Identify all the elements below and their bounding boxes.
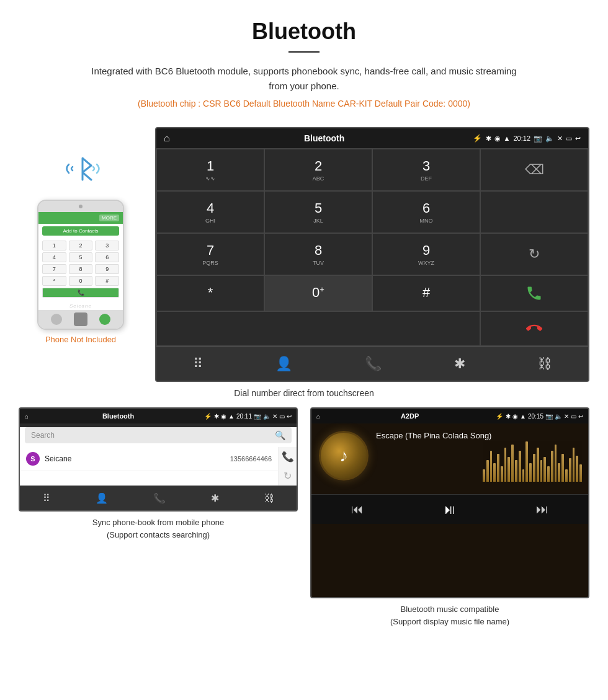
phonebook-contacts-list: S Seicane 13566664466 — [20, 447, 278, 485]
dial-num-4: 4 — [162, 200, 259, 216]
spec-text: (Bluetooth chip : CSR BC6 Default Blueto… — [12, 99, 596, 109]
pb-bt-icon: ✱ — [214, 413, 219, 420]
dial-call-btn[interactable] — [480, 275, 588, 311]
phone-call-hw-btn[interactable] — [99, 314, 110, 325]
music-home-icon[interactable]: ⌂ — [316, 413, 320, 420]
phone-not-included-label: Phone Not Included — [45, 335, 116, 344]
pb-vol-icon: 🔈 — [263, 413, 270, 420]
phonebook-caption-text: Sync phone-book from mobile phone(Suppor… — [92, 518, 224, 539]
phone-key-7[interactable]: 7 — [42, 264, 66, 274]
nav-dialpad-icon[interactable]: ⠿ — [193, 356, 203, 372]
phone-key-2[interactable]: 2 — [69, 241, 93, 250]
music-content: ♪ Escape (The Pina Colada Song) — [311, 423, 588, 597]
phone-back-btn[interactable] — [51, 314, 62, 325]
dial-num-5: 5 — [270, 200, 367, 216]
phone-key-hash[interactable]: # — [95, 276, 119, 286]
camera-icon: 📷 — [534, 135, 542, 143]
dial-key-hash[interactable]: # — [372, 275, 480, 311]
phonebook-search-bar[interactable]: Search 🔍 — [25, 427, 292, 443]
pb-nav-contacts[interactable]: 👤 — [96, 492, 108, 504]
phone-bottom-bar — [38, 310, 123, 329]
music-prev-btn[interactable]: ⏮ — [351, 502, 364, 516]
dial-sub-9: WXYZ — [378, 260, 475, 266]
dial-key-2[interactable]: 2 ABC — [264, 149, 372, 191]
phone-call-btn[interactable]: 📞 — [42, 288, 119, 298]
pb-nav-bt[interactable]: ✱ — [211, 492, 219, 504]
pb-home-icon[interactable]: ⌂ — [25, 413, 29, 420]
title-divider — [288, 51, 320, 53]
more-btn: MORE — [99, 215, 119, 221]
music-visualizer — [483, 430, 582, 482]
dial-key-0[interactable]: 0+ — [264, 275, 372, 311]
music-screen: ⌂ A2DP ⚡ ✱ ◉ ▲ 20:15 📷 🔈 ✕ ▭ ↩ — [310, 407, 589, 598]
music-back-icon[interactable]: ↩ — [578, 413, 583, 420]
dial-key-8[interactable]: 8 TUV — [264, 233, 372, 275]
phone-key-star[interactable]: * — [42, 276, 66, 286]
dial-key-1[interactable]: 1 ∿∿ — [156, 149, 264, 191]
dial-key-9[interactable]: 9 WXYZ — [372, 233, 480, 275]
phone-top-bar — [38, 201, 123, 212]
phone-row-4: * 0 # — [42, 276, 119, 286]
music-close-icon[interactable]: ✕ — [564, 413, 569, 420]
dial-empty-1 — [480, 191, 588, 233]
dial-key-4[interactable]: 4 GHI — [156, 191, 264, 233]
phone-key-0[interactable]: 0 — [69, 276, 93, 286]
phonebook-box: ⌂ Bluetooth ⚡ ✱ ◉ ▲ 20:11 📷 🔈 ✕ ▭ ↩ — [19, 407, 298, 627]
phone-key-6[interactable]: 6 — [95, 252, 119, 262]
dial-empty-2 — [156, 311, 480, 346]
phone-home-btn[interactable] — [74, 312, 87, 326]
pb-side-phone-icon[interactable]: 📞 — [282, 451, 294, 463]
music-usb-icon: ⚡ — [496, 413, 503, 420]
music-play-pause-btn[interactable]: ⏯ — [443, 502, 457, 518]
music-sig-icon: ▲ — [520, 413, 526, 420]
dial-sub-8: TUV — [270, 260, 367, 266]
pb-side-refresh-icon[interactable]: ↻ — [284, 470, 292, 482]
pb-close-icon[interactable]: ✕ — [272, 413, 277, 420]
music-top-area: ♪ Escape (The Pina Colada Song) — [311, 423, 588, 488]
nav-contacts-icon[interactable]: 👤 — [275, 356, 292, 372]
phonebook-screen: ⌂ Bluetooth ⚡ ✱ ◉ ▲ 20:11 📷 🔈 ✕ ▭ ↩ — [19, 407, 298, 512]
dial-backspace[interactable]: ⌫ — [480, 149, 588, 191]
music-note-icon: ♪ — [339, 446, 348, 466]
phonebook-contact-item[interactable]: S Seicane 13566664466 — [20, 447, 278, 471]
nav-phone-icon[interactable]: 📞 — [365, 356, 382, 372]
phone-key-8[interactable]: 8 — [69, 264, 93, 274]
pb-win-icon[interactable]: ▭ — [279, 413, 285, 420]
usb-icon: ⚡ — [473, 134, 482, 143]
dial-end-call-btn[interactable] — [480, 311, 588, 346]
dial-key-6[interactable]: 6 MNO — [372, 191, 480, 233]
dial-key-star[interactable]: * — [156, 275, 264, 311]
dial-key-7[interactable]: 7 PQRS — [156, 233, 264, 275]
pb-screen-title: Bluetooth — [32, 412, 204, 420]
pb-loc-icon: ◉ — [221, 413, 226, 420]
dial-sub-1: ∿∿ — [162, 175, 259, 182]
home-icon[interactable]: ⌂ — [164, 133, 170, 144]
phone-key-3[interactable]: 3 — [95, 241, 119, 250]
pb-nav-dialpad[interactable]: ⠿ — [43, 492, 50, 504]
music-cam-icon: 📷 — [545, 413, 553, 420]
phone-row-3: 7 8 9 — [42, 264, 119, 274]
main-section: MORE Add to Contacts 1 2 3 4 5 6 7 — [0, 127, 608, 382]
nav-bluetooth-icon[interactable]: ✱ — [454, 356, 465, 372]
main-screen-title: Bluetooth — [176, 133, 473, 143]
close-icon[interactable]: ✕ — [557, 135, 563, 143]
phonebook-status-bar: ⌂ Bluetooth ⚡ ✱ ◉ ▲ 20:11 📷 🔈 ✕ ▭ ↩ — [20, 409, 297, 423]
pb-nav-phone[interactable]: 📞 — [153, 492, 166, 504]
phone-key-4[interactable]: 4 — [42, 252, 66, 262]
phone-key-5[interactable]: 5 — [69, 252, 93, 262]
dial-key-5[interactable]: 5 JKL — [264, 191, 372, 233]
dial-refresh[interactable]: ↻ — [480, 233, 588, 275]
pb-back-icon[interactable]: ↩ — [287, 413, 292, 420]
music-win-icon[interactable]: ▭ — [571, 413, 576, 420]
back-icon[interactable]: ↩ — [575, 135, 581, 143]
phone-key-1[interactable]: 1 — [42, 241, 66, 250]
dial-num-hash: # — [378, 285, 475, 301]
pb-nav-link[interactable]: ⛓ — [264, 493, 274, 504]
phone-add-contact-btn[interactable]: Add to Contacts — [42, 226, 119, 236]
phone-key-9[interactable]: 9 — [95, 264, 119, 274]
search-icon[interactable]: 🔍 — [275, 430, 285, 440]
dial-key-3[interactable]: 3 DEF — [372, 149, 480, 191]
music-next-btn[interactable]: ⏭ — [536, 502, 548, 516]
nav-link-icon[interactable]: ⛓ — [538, 356, 552, 372]
window-icon[interactable]: ▭ — [566, 135, 572, 143]
